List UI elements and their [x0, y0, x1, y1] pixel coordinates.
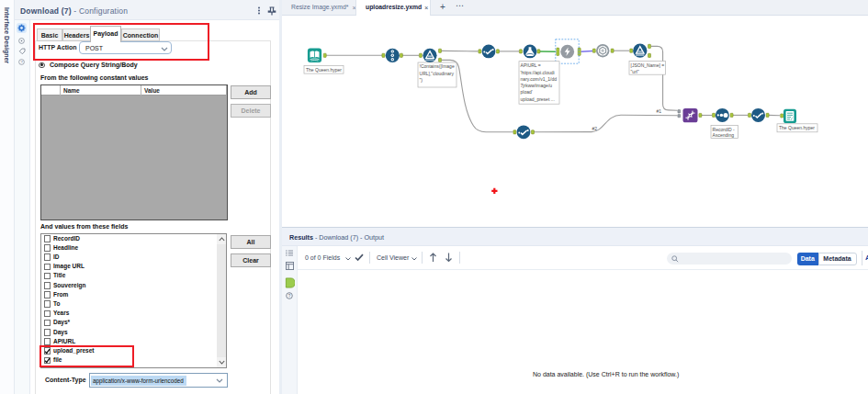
svg-text:The Queen.hyper: The Queen.hyper: [779, 125, 815, 130]
svg-text:[JSON_Name] =: [JSON_Name] =: [631, 62, 665, 68]
svg-text:?: ?: [288, 293, 291, 298]
svg-text:#2: #2: [592, 126, 598, 131]
svg-text:#1: #1: [657, 108, 662, 114]
svg-text:"): "): [420, 77, 423, 83]
svg-text:upload_preset ...: upload_preset ...: [521, 96, 555, 102]
svg-text:RecordID -: RecordID -: [713, 127, 736, 132]
svg-text:Ascending: Ascending: [713, 132, 735, 138]
svg-text:The Queen.hyper: The Queen.hyper: [306, 67, 342, 73]
svg-text:'https://api.cloudi: 'https://api.cloudi: [521, 70, 555, 75]
svg-text:?: ?: [20, 60, 23, 64]
svg-text:pload': pload': [521, 89, 533, 95]
svg-text:"url": "url": [631, 69, 639, 74]
svg-text:URL],"cloudinary: URL],"cloudinary: [420, 71, 455, 76]
svg-text:APIURL =: APIURL =: [521, 62, 541, 68]
svg-text:7jrkww/image/u: 7jrkww/image/u: [521, 83, 553, 88]
svg-text:nary.com/v1_1/dd: nary.com/v1_1/dd: [521, 76, 558, 82]
svg-text:!Contains([Image: !Contains([Image: [420, 63, 455, 69]
